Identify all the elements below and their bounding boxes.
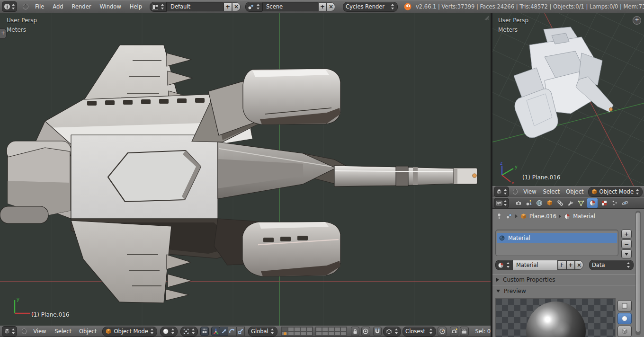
- preview-sphere-button[interactable]: [617, 313, 632, 324]
- layer-toggle[interactable]: [316, 331, 322, 336]
- layer-toggle[interactable]: [288, 331, 294, 336]
- scene-name-field[interactable]: Scene: [262, 2, 318, 11]
- scene-delete-button[interactable]: ×: [327, 2, 335, 11]
- lock-to-scene-toggle[interactable]: [351, 327, 359, 336]
- editor-type-button-3dview[interactable]: [494, 186, 509, 197]
- screen-layout-name-field[interactable]: Default: [167, 2, 224, 11]
- layer-toggle[interactable]: [334, 327, 340, 331]
- tab-render[interactable]: [514, 198, 523, 208]
- layer-toggle[interactable]: [322, 331, 328, 336]
- layer-toggle[interactable]: [328, 331, 334, 336]
- header-collapse-button[interactable]: [23, 4, 28, 9]
- opengl-render-anim-button[interactable]: [460, 327, 468, 336]
- scene-add-button[interactable]: +: [318, 2, 327, 11]
- menu-view[interactable]: View: [33, 328, 46, 335]
- layer-toggle[interactable]: [282, 331, 288, 336]
- menu-view[interactable]: View: [523, 188, 536, 195]
- pivot-point-select[interactable]: [180, 327, 198, 337]
- proportional-editing-select[interactable]: [361, 327, 370, 336]
- opengl-render-button[interactable]: [450, 327, 458, 336]
- render-engine-select[interactable]: Cycles Render: [343, 2, 398, 12]
- layer-toggle[interactable]: [294, 327, 300, 331]
- layer-toggle[interactable]: [322, 327, 328, 331]
- editor-type-button-properties[interactable]: [494, 198, 509, 208]
- layer-toggle[interactable]: [306, 331, 313, 336]
- main-3d-viewport[interactable]: User Persp Meters (1) Plane.016 y x +: [0, 13, 491, 326]
- screen-layout-add-button[interactable]: +: [224, 2, 232, 11]
- layer-toggle[interactable]: [300, 331, 306, 336]
- editor-type-button-3dview[interactable]: [2, 326, 17, 337]
- tab-physics[interactable]: [620, 198, 629, 208]
- menu-select[interactable]: Select: [55, 328, 72, 335]
- layer-toggle[interactable]: [334, 331, 340, 336]
- scene-datablock-icon[interactable]: [505, 213, 513, 220]
- layer-toggle[interactable]: [328, 327, 334, 331]
- scale-manipulator-button[interactable]: [236, 327, 245, 336]
- manipulate-centers-toggle[interactable]: [200, 327, 209, 336]
- viewport-canvas[interactable]: [0, 13, 491, 326]
- panel-custom-properties[interactable]: Custom Properties: [492, 274, 640, 285]
- material-slot-list[interactable]: Material: [495, 230, 618, 256]
- tab-constraints[interactable]: [555, 198, 564, 208]
- tab-object[interactable]: [545, 198, 554, 208]
- pin-icon[interactable]: [495, 213, 503, 220]
- tab-modifiers[interactable]: [566, 198, 575, 208]
- material-name-field[interactable]: Material: [512, 260, 558, 270]
- region-expand-handle[interactable]: +: [633, 16, 641, 25]
- material-slot-row[interactable]: Material: [497, 233, 617, 243]
- link-source-select[interactable]: Data: [589, 260, 634, 270]
- menu-object[interactable]: Object: [79, 328, 97, 335]
- slot-remove-button[interactable]: −: [621, 239, 632, 248]
- snap-toggle[interactable]: [373, 327, 382, 336]
- layer-toggle[interactable]: [294, 331, 300, 336]
- snap-element-select[interactable]: [383, 327, 401, 337]
- secondary-3d-viewport[interactable]: User Persp Meters (1) Plane.016 z y x +: [492, 13, 644, 186]
- layer-toggle[interactable]: [316, 327, 322, 331]
- header-collapse-button[interactable]: [513, 189, 518, 195]
- tab-texture[interactable]: [599, 198, 608, 208]
- region-expand-handle[interactable]: +: [0, 28, 7, 39]
- editor-type-button-info[interactable]: [2, 1, 17, 12]
- tab-scene[interactable]: [524, 198, 533, 208]
- menu-file[interactable]: File: [35, 3, 44, 10]
- spaceship-model[interactable]: [0, 45, 477, 303]
- layer-toggle[interactable]: [340, 327, 347, 331]
- rotate-manipulator-button[interactable]: [228, 327, 236, 336]
- browse-material-button[interactable]: [495, 260, 512, 270]
- datablock-unlink-button[interactable]: ×: [575, 260, 583, 270]
- snap-target-select[interactable]: Closest: [402, 327, 436, 337]
- breadcrumb-datablock[interactable]: Material: [573, 213, 595, 220]
- properties-scrollbar[interactable]: [635, 211, 641, 335]
- scene-browse-button[interactable]: [245, 2, 262, 12]
- tab-particles[interactable]: [610, 198, 619, 208]
- transform-orientation-select[interactable]: Global: [248, 327, 277, 337]
- menu-add[interactable]: Add: [53, 3, 63, 10]
- manipulator-widget-toggle[interactable]: [211, 327, 220, 336]
- viewport-shading-select[interactable]: [160, 327, 178, 337]
- preview-cube-button[interactable]: [617, 326, 632, 337]
- menu-select[interactable]: Select: [543, 188, 560, 195]
- layer-toggle[interactable]: [340, 331, 347, 336]
- tab-material[interactable]: [587, 198, 598, 208]
- menu-object[interactable]: Object: [566, 188, 583, 195]
- tab-world[interactable]: [535, 198, 544, 208]
- layer-toggle[interactable]: [300, 327, 306, 331]
- breadcrumb-object[interactable]: Plane.016: [529, 213, 556, 220]
- menu-help[interactable]: Help: [130, 3, 142, 10]
- panel-preview[interactable]: Preview: [492, 285, 640, 296]
- fake-user-button[interactable]: F: [558, 260, 566, 270]
- datablock-add-button[interactable]: +: [566, 260, 575, 270]
- header-collapse-button[interactable]: [22, 328, 27, 334]
- scrollbar-thumb[interactable]: [636, 213, 640, 332]
- layer-toggle[interactable]: [282, 327, 288, 331]
- screen-layout-browse-button[interactable]: [150, 2, 167, 12]
- translate-manipulator-button[interactable]: [220, 327, 228, 336]
- spaceship-model-clay[interactable]: [514, 27, 613, 138]
- slot-add-button[interactable]: +: [621, 230, 632, 239]
- layers-widget-right[interactable]: [315, 327, 347, 336]
- menu-render[interactable]: Render: [72, 3, 91, 10]
- area-corner-grip[interactable]: [483, 15, 489, 20]
- preview-flat-button[interactable]: [617, 300, 632, 311]
- snap-align-toggle[interactable]: [438, 327, 446, 336]
- layer-toggle[interactable]: [288, 327, 294, 331]
